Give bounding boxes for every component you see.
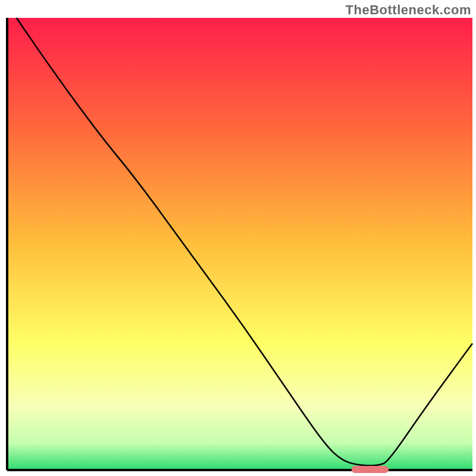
bottleneck-chart <box>0 0 476 476</box>
plot-background <box>7 18 472 470</box>
optimum-marker <box>352 466 389 473</box>
chart-container: TheBottleneck.com <box>0 0 476 476</box>
